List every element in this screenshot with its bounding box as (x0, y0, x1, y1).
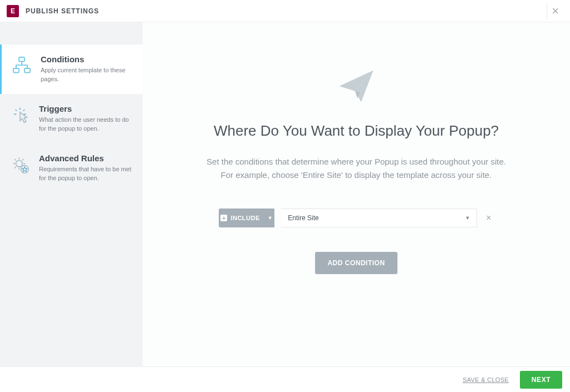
modal-header: E PUBLISH SETTINGS × (0, 0, 570, 22)
gear-star-icon (9, 153, 31, 176)
sidebar-item-triggers[interactable]: Triggers What action the user needs to d… (0, 94, 142, 143)
sidebar-item-label: Conditions (41, 54, 132, 64)
include-label: INCLUDE (230, 215, 259, 221)
sidebar-item-advanced-rules[interactable]: Advanced Rules Requirements that have to… (0, 143, 142, 193)
sidebar-item-desc: Apply current template to these pages. (41, 66, 132, 84)
include-dropdown[interactable]: + INCLUDE ▼ (219, 209, 274, 227)
modal-footer: SAVE & CLOSE NEXT (0, 366, 570, 392)
sidebar: Conditions Apply current template to the… (0, 22, 142, 366)
sidebar-item-desc: What action the user needs to do for the… (39, 116, 132, 133)
condition-select[interactable]: Entire Site ▼ (281, 209, 477, 227)
svg-rect-1 (13, 68, 19, 73)
sidebar-item-desc: Requirements that have to be met for the… (39, 165, 132, 183)
chevron-down-icon: ▼ (268, 215, 273, 221)
subtext-line: Set the conditions that determine where … (207, 157, 506, 166)
sidebar-item-label: Triggers (39, 104, 132, 113)
close-button[interactable]: × (547, 3, 563, 19)
next-button[interactable]: NEXT (520, 371, 562, 389)
chevron-down-icon: ▼ (465, 215, 470, 221)
modal-body: Conditions Apply current template to the… (0, 22, 570, 366)
publish-settings-modal: E PUBLISH SETTINGS × Conditions Apply cu… (0, 0, 570, 392)
content-subtext: Set the conditions that determine where … (207, 155, 506, 182)
condition-value: Entire Site (288, 214, 318, 222)
sidebar-item-label: Advanced Rules (39, 153, 132, 163)
content-title: Where Do You Want to Display Your Popup? (214, 122, 499, 140)
elementor-logo-icon: E (7, 5, 19, 17)
sitemap-icon (11, 54, 33, 77)
content-area: Where Do You Want to Display Your Popup?… (142, 22, 570, 366)
condition-row: + INCLUDE ▼ Entire Site ▼ × (219, 209, 493, 227)
modal-title: PUBLISH SETTINGS (26, 7, 99, 15)
paper-plane-icon (337, 67, 376, 106)
svg-point-3 (16, 160, 23, 167)
save-and-close-link[interactable]: SAVE & CLOSE (463, 376, 509, 383)
svg-rect-2 (24, 68, 30, 73)
subtext-line: For example, choose 'Entire Site' to dis… (221, 170, 492, 180)
plus-icon: + (220, 215, 227, 221)
svg-rect-0 (19, 57, 24, 62)
sidebar-item-conditions[interactable]: Conditions Apply current template to the… (0, 44, 142, 94)
click-icon (9, 104, 31, 126)
add-condition-button[interactable]: ADD CONDITION (315, 252, 397, 274)
remove-condition-button[interactable]: × (484, 211, 493, 225)
